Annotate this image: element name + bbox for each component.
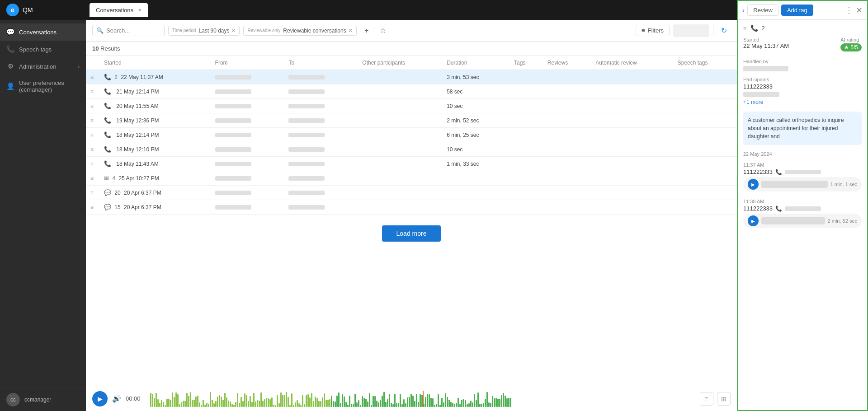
load-more-button[interactable]: Load more	[382, 225, 441, 242]
table-row[interactable]: ≡ 📞 18 May 11:43 AM 1 min, 33 sec	[86, 157, 737, 171]
wave-bar	[362, 396, 363, 407]
search-input[interactable]	[106, 27, 160, 34]
table-row[interactable]: ≡ 📞 21 May 12:14 PM 58 sec	[86, 84, 737, 99]
plus-more-link[interactable]: +1 more	[743, 99, 862, 105]
table-container: Started From To Other participants Durat…	[86, 56, 737, 386]
row-num: 20	[114, 190, 120, 196]
row-type-icon: 📞	[104, 131, 111, 138]
row-reviews	[543, 171, 591, 186]
sidebar-item-conversations[interactable]: 💬 Conversations	[0, 23, 86, 41]
playhead-marker	[423, 391, 424, 407]
wave-bar	[356, 402, 358, 407]
panel-close-button[interactable]: ✕	[856, 5, 863, 15]
panel-more-menu[interactable]: ⋮	[845, 5, 853, 15]
table-row[interactable]: ≡ 💬 20 20 Apr 6:37 PM	[86, 186, 737, 200]
wave-bar	[255, 402, 256, 407]
wave-bar	[175, 392, 177, 407]
wave-bar	[231, 404, 233, 407]
table-row[interactable]: ≡ 💬 15 20 Apr 6:37 PM	[86, 200, 737, 215]
row-menu-cell: ≡	[86, 128, 99, 142]
wave-bar	[161, 400, 162, 407]
table-row[interactable]: ≡ ✉ 4 25 Apr 10:27 PM	[86, 171, 737, 186]
call-play-button[interactable]: ▶	[748, 179, 759, 190]
wave-bar	[251, 402, 253, 407]
wave-bar	[459, 404, 461, 407]
wave-bar	[203, 400, 204, 407]
wave-bar	[436, 404, 437, 407]
wave-bar	[414, 401, 415, 407]
wave-bar	[221, 397, 222, 407]
col-reviews: Reviews	[543, 56, 591, 70]
table-row[interactable]: ≡ 📞 18 May 12:14 PM 6 min, 25 sec	[86, 128, 737, 142]
wave-bar	[499, 399, 500, 407]
chevron-right-icon: ›	[78, 64, 80, 69]
tab-conversations[interactable]: Conversations ✕	[90, 3, 148, 17]
wave-bar	[250, 396, 251, 407]
tab-conversations-label: Conversations	[96, 7, 133, 14]
row-num: 2	[114, 74, 118, 80]
panel-review-button[interactable]: Review	[747, 5, 778, 16]
refresh-button[interactable]: ↻	[717, 24, 731, 37]
filter-chip-reviewable[interactable]: Reviewable only Reviewable conversations…	[243, 26, 356, 36]
row-to	[284, 142, 358, 157]
panel-back-button[interactable]: ‹	[742, 6, 745, 14]
audio-action-settings[interactable]: ⊞	[717, 392, 731, 406]
sidebar-item-speech-tags[interactable]: 📞 Speech tags	[0, 41, 86, 58]
wave-bar	[506, 398, 508, 407]
row-tags	[509, 157, 543, 171]
wave-bar	[193, 400, 195, 407]
saved-filter-input[interactable]	[673, 24, 709, 37]
wave-bar	[170, 400, 171, 407]
tab-close-icon[interactable]: ✕	[138, 8, 142, 13]
table-row[interactable]: ≡ 📞 20 May 11:55 AM 10 sec	[86, 99, 737, 113]
filter-chip-time-period[interactable]: Time period Last 90 days ✕	[168, 26, 240, 36]
toolbar: 🔍 Time period Last 90 days ✕ Reviewable …	[86, 20, 737, 42]
filter-reviewable-close[interactable]: ✕	[348, 28, 353, 34]
col-duration: Duration	[442, 56, 509, 70]
wave-bar	[318, 401, 320, 407]
filters-button[interactable]: ≡ Filters	[636, 25, 670, 36]
wave-bar	[316, 398, 318, 407]
row-started-value: 25 Apr 10:27 PM	[118, 175, 159, 182]
star-button[interactable]: ☆	[377, 24, 389, 37]
filter-time-period-close[interactable]: ✕	[231, 28, 236, 34]
table-row[interactable]: ≡ 📞 19 May 12:36 PM 2 min, 52 sec	[86, 113, 737, 128]
table-row[interactable]: ≡ 📞 18 May 12:10 PM 10 sec	[86, 142, 737, 157]
row-from	[211, 70, 284, 84]
waveform	[150, 391, 695, 407]
search-box[interactable]: 🔍	[92, 25, 165, 36]
wave-bar	[468, 403, 470, 407]
sidebar-item-user-preferences-label: User preferences (ccmanager)	[19, 79, 80, 93]
wave-bar	[367, 402, 368, 407]
volume-icon[interactable]: 🔊	[112, 394, 121, 403]
wave-bar	[490, 403, 491, 407]
filter-time-period-value: Last 90 days	[198, 28, 229, 34]
wave-bar	[280, 392, 282, 407]
row-started-value: 19 May 12:36 PM	[116, 117, 159, 124]
row-duration	[442, 186, 509, 200]
play-button[interactable]: ▶	[92, 391, 108, 406]
sidebar-item-administration[interactable]: ⚙ Administration ›	[0, 58, 86, 75]
wave-bar	[445, 393, 446, 407]
row-started: 💬 15 20 Apr 6:37 PM	[99, 200, 211, 215]
audio-player-bar: ▶ 🔊 00:00 ≡ ⊞	[86, 386, 737, 411]
wave-bar	[458, 398, 459, 407]
wave-bar	[376, 401, 377, 407]
row-tags	[509, 142, 543, 157]
row-duration: 2 min, 52 sec	[442, 113, 509, 128]
audio-action-list[interactable]: ≡	[700, 392, 713, 406]
row-started-value: 20 Apr 6:37 PM	[124, 204, 161, 210]
table-row[interactable]: ≡ 📞 2 22 May 11:37 AM 3 min, 53 sec	[86, 70, 737, 84]
call-play-button[interactable]: ▶	[748, 215, 759, 226]
filters-button-label: Filters	[648, 27, 664, 34]
wave-bar	[154, 398, 155, 407]
row-started: 📞 18 May 12:14 PM	[99, 128, 211, 142]
wave-bar	[405, 403, 406, 407]
add-filter-button[interactable]: +	[360, 24, 373, 37]
sidebar-item-user-preferences[interactable]: 👤 User preferences (ccmanager)	[0, 75, 86, 98]
wave-bar	[391, 403, 392, 407]
wave-bar	[382, 396, 383, 407]
wave-bar	[429, 394, 430, 407]
wave-bar	[289, 405, 291, 407]
panel-add-tag-button[interactable]: Add tag	[781, 5, 813, 16]
